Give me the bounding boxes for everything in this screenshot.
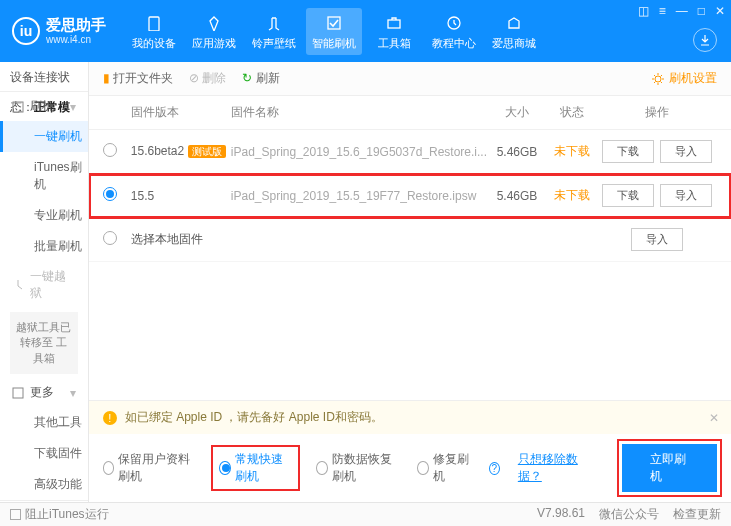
check-update-link[interactable]: 检查更新 [673, 506, 721, 523]
firmware-row[interactable]: 15.5iPad_Spring_2019_15.5_19F77_Restore.… [89, 174, 731, 218]
flash-mode-option[interactable]: 常规快速刷机 [213, 447, 298, 489]
row-action-button[interactable]: 导入 [660, 140, 712, 163]
row-radio[interactable] [103, 231, 117, 245]
warning-banner: ! 如已绑定 Apple ID ，请先备好 Apple ID和密码。 ✕ [89, 401, 731, 434]
svg-rect-5 [13, 388, 23, 398]
logo: iu 爱思助手 www.i4.cn [12, 16, 106, 46]
sidebar-group-0[interactable]: 刷机▾ [0, 92, 88, 121]
nav-item-3[interactable]: 智能刷机 [306, 8, 362, 55]
svg-rect-0 [149, 17, 159, 31]
table-header: 固件版本 固件名称 大小 状态 操作 [89, 96, 731, 130]
menu-icon[interactable]: ≡ [659, 4, 666, 18]
sidebar-group-jailbreak: 一键越狱 [0, 262, 88, 308]
connection-status: 设备连接状态：正常模式 [0, 62, 88, 92]
sidebar-group-2[interactable]: 更多▾ [0, 378, 88, 407]
svg-rect-1 [328, 17, 340, 29]
main-content: ▮ 打开文件夹 ⊘ 删除 ↻ 刷新 刷机设置 固件版本 固件名称 大小 状态 操… [89, 62, 731, 502]
jailbreak-note: 越狱工具已转移至 工具箱 [10, 312, 78, 374]
sidebar-item[interactable]: 其他工具 [0, 407, 88, 438]
minimize-icon[interactable]: — [676, 4, 688, 18]
svg-point-8 [655, 76, 661, 82]
delete-button[interactable]: ⊘ 删除 [189, 70, 226, 87]
window-controls: ◫ ≡ — □ ✕ [638, 4, 725, 18]
local-firmware-row[interactable]: 选择本地固件导入 [89, 218, 731, 262]
flash-mode-option[interactable]: 防数据恢复刷机 [316, 451, 399, 485]
nav-item-1[interactable]: 应用游戏 [186, 8, 242, 55]
flash-mode-option[interactable]: 修复刷机 [417, 451, 471, 485]
nav-item-6[interactable]: 爱思商城 [486, 8, 542, 55]
row-action-button[interactable]: 下载 [602, 140, 654, 163]
app-name: 爱思助手 [46, 16, 106, 34]
nav-item-2[interactable]: 铃声壁纸 [246, 8, 302, 55]
erase-only-link[interactable]: 只想移除数据？ [518, 451, 586, 485]
row-radio[interactable] [103, 143, 117, 157]
wechat-link[interactable]: 微信公众号 [599, 506, 659, 523]
firmware-row[interactable]: 15.6beta2测试版iPad_Spring_2019_15.6_19G503… [89, 130, 731, 174]
block-itunes-checkbox[interactable] [10, 509, 21, 520]
row-radio[interactable] [103, 187, 117, 201]
flash-mode-option[interactable]: 保留用户资料刷机 [103, 451, 196, 485]
close-warning-icon[interactable]: ✕ [709, 411, 719, 425]
maximize-icon[interactable]: □ [698, 4, 705, 18]
row-action-button[interactable]: 导入 [660, 184, 712, 207]
sidebar-item[interactable]: iTunes刷机 [0, 152, 88, 200]
skin-icon[interactable]: ◫ [638, 4, 649, 18]
nav-item-4[interactable]: 工具箱 [366, 8, 422, 55]
status-bar: 阻止iTunes运行 V7.98.61 微信公众号 检查更新 [0, 502, 731, 526]
app-url: www.i4.cn [46, 34, 106, 46]
refresh-button[interactable]: ↻ 刷新 [242, 70, 279, 87]
sidebar: 设备连接状态：正常模式 刷机▾一键刷机iTunes刷机专业刷机批量刷机一键越狱越… [0, 62, 89, 502]
sidebar-item[interactable]: 批量刷机 [0, 231, 88, 262]
sidebar-item[interactable]: 下载固件 [0, 438, 88, 469]
gear-icon [651, 72, 665, 86]
import-button[interactable]: 导入 [631, 228, 683, 251]
row-action-button[interactable]: 下载 [602, 184, 654, 207]
flash-now-button[interactable]: 立即刷机 [622, 444, 717, 492]
toolbar: ▮ 打开文件夹 ⊘ 删除 ↻ 刷新 刷机设置 [89, 62, 731, 96]
nav-item-5[interactable]: 教程中心 [426, 8, 482, 55]
sidebar-item[interactable]: 一键刷机 [0, 121, 88, 152]
sidebar-item[interactable]: 专业刷机 [0, 200, 88, 231]
info-icon[interactable]: ? [489, 462, 500, 475]
block-itunes-label: 阻止iTunes运行 [25, 506, 109, 523]
sidebar-item[interactable]: 高级功能 [0, 469, 88, 500]
svg-rect-2 [388, 20, 400, 28]
warning-icon: ! [103, 411, 117, 425]
open-folder-button[interactable]: ▮ 打开文件夹 [103, 70, 173, 87]
close-icon[interactable]: ✕ [715, 4, 725, 18]
svg-rect-4 [13, 102, 23, 112]
app-header: iu 爱思助手 www.i4.cn 我的设备应用游戏铃声壁纸智能刷机工具箱教程中… [0, 0, 731, 62]
logo-icon: iu [12, 17, 40, 45]
download-manager-icon[interactable] [693, 28, 717, 52]
flash-settings-button[interactable]: 刷机设置 [651, 70, 717, 87]
nav-item-0[interactable]: 我的设备 [126, 8, 182, 55]
version-label: V7.98.61 [537, 506, 585, 523]
